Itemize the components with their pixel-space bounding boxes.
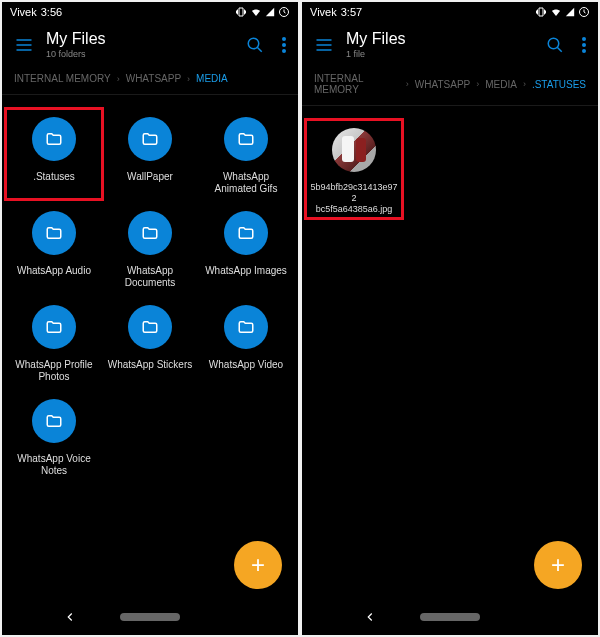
back-icon[interactable] — [363, 610, 377, 624]
crumb-media[interactable]: MEDIA — [196, 73, 228, 84]
breadcrumb: INTERNAL MEMORY › WHATSAPP › MEDIA › .ST… — [302, 67, 598, 106]
page-subtitle: 1 file — [346, 49, 534, 59]
battery-icon — [278, 6, 290, 18]
time-label: 3:57 — [341, 6, 362, 18]
wifi-icon — [250, 6, 262, 18]
carrier-label: Vivek — [310, 6, 337, 18]
folder-icon — [224, 305, 268, 349]
folder-item[interactable]: WhatsApp Profile Photos — [8, 299, 100, 389]
folder-icon — [128, 211, 172, 255]
folder-item[interactable]: WhatsApp Animated Gifs — [200, 111, 292, 201]
menu-icon[interactable] — [314, 35, 334, 55]
folder-label: WhatsApp Video — [209, 359, 283, 383]
signal-icon — [265, 7, 275, 17]
chevron-right-icon: › — [523, 79, 526, 89]
battery-icon — [578, 6, 590, 18]
crumb-statuses[interactable]: .STATUSES — [532, 79, 586, 90]
folder-item[interactable]: WhatsApp Images — [200, 205, 292, 295]
vibrate-icon — [235, 6, 247, 18]
folder-item[interactable]: WhatsApp Audio — [8, 205, 100, 295]
svg-point-1 — [248, 38, 259, 49]
folder-icon — [32, 117, 76, 161]
folder-item[interactable]: WhatsApp Video — [200, 299, 292, 389]
svg-point-3 — [282, 43, 286, 47]
folder-icon — [224, 211, 268, 255]
page-subtitle: 10 folders — [46, 49, 234, 59]
folder-icon — [32, 211, 76, 255]
phone-left: Vivek 3:56 My Files 10 folders INTERNA — [2, 2, 298, 635]
svg-point-4 — [282, 49, 286, 53]
app-bar: My Files 1 file — [302, 22, 598, 67]
file-item[interactable]: 5b94bfb29c31413e972bc5f5a64385a6.jpg — [308, 122, 400, 220]
svg-point-6 — [548, 38, 559, 49]
nav-bar — [2, 599, 298, 635]
folder-label: .Statuses — [33, 171, 75, 195]
plus-icon: + — [251, 551, 265, 579]
folder-label: WhatsApp Audio — [17, 265, 91, 289]
time-label: 3:56 — [41, 6, 62, 18]
page-title: My Files — [46, 30, 234, 48]
folder-item[interactable]: WallPaper — [104, 111, 196, 201]
status-bar: Vivek 3:57 — [302, 2, 598, 22]
folder-grid: .StatusesWallPaperWhatsApp Animated Gifs… — [2, 95, 298, 599]
status-icons — [235, 6, 290, 18]
file-grid: 5b94bfb29c31413e972bc5f5a64385a6.jpg — [302, 106, 598, 599]
more-icon[interactable] — [282, 37, 286, 53]
fab-add[interactable]: + — [234, 541, 282, 589]
status-icons — [535, 6, 590, 18]
svg-point-9 — [582, 49, 586, 53]
phone-right: Vivek 3:57 My Files 1 file INTERNAL ME — [302, 2, 598, 635]
folder-icon — [32, 305, 76, 349]
folder-icon — [32, 399, 76, 443]
status-bar: Vivek 3:56 — [2, 2, 298, 22]
app-bar: My Files 10 folders — [2, 22, 298, 67]
search-icon[interactable] — [246, 36, 264, 54]
plus-icon: + — [551, 551, 565, 579]
folder-label: WallPaper — [127, 171, 173, 195]
crumb-whatsapp[interactable]: WHATSAPP — [126, 73, 181, 84]
page-title: My Files — [346, 30, 534, 48]
vibrate-icon — [535, 6, 547, 18]
image-thumbnail — [332, 128, 376, 172]
folder-label: WhatsApp Profile Photos — [10, 359, 98, 383]
svg-point-7 — [582, 37, 586, 41]
crumb-media[interactable]: MEDIA — [485, 79, 517, 90]
chevron-right-icon: › — [117, 74, 120, 84]
folder-label: WhatsApp Animated Gifs — [202, 171, 290, 195]
chevron-right-icon: › — [406, 79, 409, 89]
crumb-internal[interactable]: INTERNAL MEMORY — [14, 73, 111, 84]
wifi-icon — [550, 6, 562, 18]
carrier-label: Vivek — [10, 6, 37, 18]
folder-icon — [224, 117, 268, 161]
folder-icon — [128, 305, 172, 349]
breadcrumb: INTERNAL MEMORY › WHATSAPP › MEDIA — [2, 67, 298, 95]
menu-icon[interactable] — [14, 35, 34, 55]
chevron-right-icon: › — [476, 79, 479, 89]
folder-icon — [128, 117, 172, 161]
folder-label: WhatsApp Documents — [106, 265, 194, 289]
search-icon[interactable] — [546, 36, 564, 54]
home-pill[interactable] — [420, 613, 480, 621]
folder-item[interactable]: WhatsApp Documents — [104, 205, 196, 295]
crumb-whatsapp[interactable]: WHATSAPP — [415, 79, 470, 90]
more-icon[interactable] — [582, 37, 586, 53]
nav-bar — [302, 599, 598, 635]
back-icon[interactable] — [63, 610, 77, 624]
folder-label: WhatsApp Stickers — [108, 359, 192, 383]
fab-add[interactable]: + — [534, 541, 582, 589]
signal-icon — [565, 7, 575, 17]
folder-item[interactable]: WhatsApp Stickers — [104, 299, 196, 389]
svg-point-2 — [282, 37, 286, 41]
svg-point-8 — [582, 43, 586, 47]
crumb-internal[interactable]: INTERNAL MEMORY — [314, 73, 400, 95]
folder-item[interactable]: .Statuses — [8, 111, 100, 201]
file-label: 5b94bfb29c31413e972bc5f5a64385a6.jpg — [310, 182, 398, 214]
folder-item[interactable]: WhatsApp Voice Notes — [8, 393, 100, 483]
folder-label: WhatsApp Images — [205, 265, 287, 289]
home-pill[interactable] — [120, 613, 180, 621]
folder-label: WhatsApp Voice Notes — [10, 453, 98, 477]
chevron-right-icon: › — [187, 74, 190, 84]
